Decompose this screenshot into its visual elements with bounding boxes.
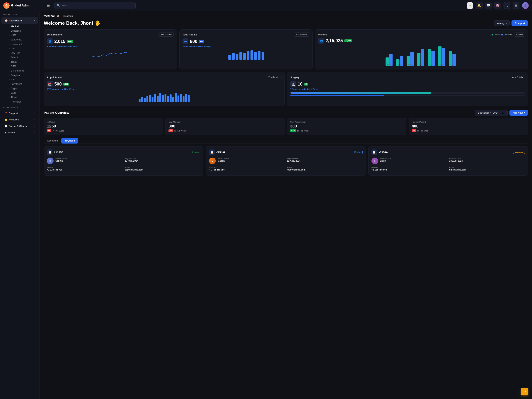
sidebar-item-education[interactable]: Education <box>6 29 39 33</box>
surgery-progress2 <box>290 95 525 96</box>
sidebar-item-jobs[interactable]: Jobs <box>6 77 39 82</box>
sidebar-item-warehouse[interactable]: Warehouse <box>6 38 39 42</box>
sidebar: DASHBOARD 🏠 Dashboard ▾ Medical Educatio… <box>0 11 40 399</box>
sidebar-support[interactable]: ❓Support › <box>1 110 38 116</box>
date-input[interactable] <box>475 110 508 116</box>
topnav: G Gilded Admin ☰ 🔍 ☀ 🔔 💬 🇺🇸 ⛶ ⊞ 👤 <box>0 0 532 11</box>
patient-3-email-col: E-mail emily@info.com <box>449 166 525 172</box>
svg-rect-19 <box>431 51 435 66</box>
theme-toggle-button[interactable]: ☀ <box>467 2 473 9</box>
add-new-button[interactable]: Add New ▾ <box>509 110 528 116</box>
svg-rect-42 <box>167 96 169 102</box>
patient-overview-actions: Add New ▾ <box>475 110 528 116</box>
patient-2-badge: Member <box>353 151 363 154</box>
appointment-value: 500 <box>54 82 62 87</box>
visitors-weekly-button[interactable]: Weekly <box>514 32 525 37</box>
svg-text:Sun: Sun <box>450 63 454 66</box>
tab-accepted[interactable]: Accepted <box>44 138 61 144</box>
hamburger-icon[interactable]: ☰ <box>45 3 51 8</box>
svg-rect-50 <box>188 95 190 102</box>
patient-2-avatar: M <box>209 158 216 164</box>
sidebar-item-investment[interactable]: Investment <box>6 82 39 86</box>
sidebar-tables[interactable]: ⊞Tables › <box>1 129 38 136</box>
sidebar-item-ecommerce[interactable]: E-Commerce <box>6 69 39 73</box>
search-bar[interactable]: 🔍 <box>54 2 136 9</box>
chat-button[interactable]: 💬 <box>485 2 492 9</box>
sidebar-item-restaurant[interactable]: Restaurant <box>6 42 39 46</box>
sidebar-item-ticket[interactable]: Ticket <box>6 95 39 100</box>
breadcrumb-section: Medical <box>44 14 55 18</box>
total-patients-value: 2,015 <box>54 39 65 44</box>
surgery-progress-bar <box>290 92 431 94</box>
svg-text:Tue: Tue <box>398 63 401 66</box>
grid-button[interactable]: ⊞ <box>513 2 519 9</box>
sidebar-forms-charts[interactable]: 🕐Forms & Charts › <box>1 123 38 129</box>
female-legend-dot <box>501 34 503 35</box>
expand-button[interactable]: ⛶ <box>504 2 510 9</box>
sidebar-item-traval[interactable]: Traval <box>6 60 39 64</box>
patient-2-id-row: 📋 #15489 <box>209 149 225 155</box>
svg-rect-39 <box>159 93 161 102</box>
visitors-male-label: Male <box>495 33 500 36</box>
svg-rect-35 <box>149 95 151 102</box>
search-input[interactable] <box>62 4 133 7</box>
chevron-right-icon: › <box>34 112 35 114</box>
patient-1-email-value: sophia@info.com <box>125 168 200 171</box>
search-icon: 🔍 <box>57 4 60 7</box>
svg-rect-47 <box>180 94 182 102</box>
patient-1-info: S Patient Name Sophia Register Date 12 A… <box>47 158 200 172</box>
patient-2-number-value: +1 745 458 786 <box>209 168 285 171</box>
welcome-title: Welcome Back, Jhon! 🖐 <box>44 20 101 26</box>
sidebar-dashboard[interactable]: 🏠 Dashboard ▾ <box>1 17 38 24</box>
visitors-card: Visitors Male Female Weekly 👥 2,15,025 <box>315 29 528 70</box>
surgery-view-details[interactable]: View Details <box>510 75 525 79</box>
stat-card-new-member: New Member 800 2% in This Week <box>165 118 285 135</box>
sidebar-item-sales[interactable]: Sales <box>6 91 39 95</box>
tab-in-queue[interactable]: In Queue <box>61 138 78 144</box>
sidebar-item-crypto[interactable]: Crypto <box>6 86 39 91</box>
total-patients-view-details[interactable]: View Details <box>158 32 174 37</box>
stat-new-member-value: 800 <box>168 124 282 129</box>
stat-regular-patient-week: in This Week <box>417 130 429 132</box>
total-patients-sub: 10% Increas Patients This Week. <box>47 45 174 48</box>
weekly-button[interactable]: Weekly ▾ <box>494 20 509 26</box>
sidebar-item-school[interactable]: School <box>6 55 39 60</box>
visitors-bar-chart: Mon Tue Wed Thu Fri Sat Sun <box>318 45 525 66</box>
patient-3-email-group: E-mail emily@info.com <box>449 166 525 171</box>
weekly-label: Weekly <box>497 22 505 25</box>
svg-rect-31 <box>139 99 140 102</box>
appointment-header: Appointment View Details <box>47 75 282 79</box>
patient-card-2-header: 📋 #15489 Member <box>209 149 362 155</box>
import-button[interactable]: ⊡ Import <box>512 20 528 26</box>
scroll-to-top-button[interactable]: ↗ <box>521 388 528 395</box>
sidebar-item-analytics[interactable]: Analytics <box>6 73 39 77</box>
avatar[interactable]: 👤 <box>522 2 529 9</box>
stat-card-in-queue: In Queue 1250 4% in This Week <box>44 118 163 135</box>
svg-rect-36 <box>152 97 153 102</box>
svg-rect-7 <box>254 52 257 60</box>
total-patients-value-row: 👤 2,015 +125 <box>47 38 174 44</box>
total-patients-sub-text: Increas Patients This Week. <box>51 45 78 48</box>
total-rooms-view-details[interactable]: View Details <box>294 32 309 37</box>
notifications-button[interactable]: 🔔 <box>476 2 482 9</box>
stat-new-appointment-label: New Appointment <box>290 121 403 123</box>
patient-3-email-label: E-mail <box>449 166 525 168</box>
sidebar-item-lawfirm[interactable]: Law Firm <box>6 51 39 55</box>
appointment-view-details[interactable]: View Details <box>266 75 281 79</box>
sidebar-item-hrm[interactable]: HRM <box>6 33 39 38</box>
svg-text:Thu: Thu <box>419 63 422 66</box>
surgery-value: 10 <box>298 82 303 87</box>
sidebar-item-medical[interactable]: Medical <box>6 24 39 29</box>
sidebar-item-chat[interactable]: Chat <box>6 46 39 51</box>
rooms-bar-chart <box>183 50 309 60</box>
stat-regular-patient-value: 400 <box>412 124 525 129</box>
patient-3-date-label: Register Date <box>449 158 525 160</box>
sidebar-features[interactable]: ⭐Features › <box>1 117 38 123</box>
visitors-female-label: Female <box>505 33 512 36</box>
sidebar-item-crm[interactable]: CRM <box>6 64 39 69</box>
svg-rect-32 <box>141 97 143 102</box>
surgery-card: Surgery View Details 👨‍⚕️ 10 +5 5 Surger… <box>287 72 528 106</box>
sidebar-item-realestate[interactable]: Realestate <box>6 100 39 104</box>
patient-1-avatar: S <box>47 158 54 164</box>
total-rooms-sub: 200% Available Bed Capacity. <box>183 45 309 48</box>
